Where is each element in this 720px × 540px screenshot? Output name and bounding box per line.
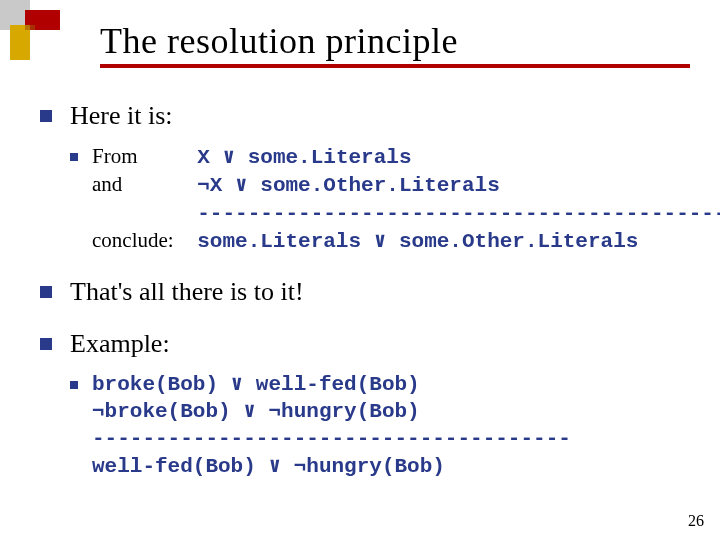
bullet-text: That's all there is to it! bbox=[70, 276, 304, 309]
page-title: The resolution principle bbox=[100, 20, 690, 62]
slide-content: Here it is: From X ∨ some.Literals and ¬… bbox=[40, 100, 680, 494]
bullet-square-icon bbox=[40, 110, 52, 122]
bullet-text: Example: bbox=[70, 328, 170, 361]
bullet-square-icon bbox=[40, 338, 52, 350]
example-separator: -------------------------------------- bbox=[92, 425, 571, 452]
rule-premise-1: X ∨ some.Literals bbox=[197, 146, 411, 169]
bullet-text: Here it is: bbox=[70, 100, 173, 133]
rule-conclusion: some.Literals ∨ some.Other.Literals bbox=[197, 230, 638, 253]
example-line-1: broke(Bob) ∨ well-fed(Bob) bbox=[92, 371, 571, 398]
svg-rect-2 bbox=[0, 30, 30, 60]
title-underline bbox=[100, 64, 690, 68]
bullet-thats-all: That's all there is to it! bbox=[40, 276, 680, 309]
svg-rect-5 bbox=[25, 25, 35, 30]
svg-rect-1 bbox=[30, 0, 60, 30]
corner-decoration bbox=[0, 0, 100, 70]
example-line-2: ¬broke(Bob) ∨ ¬hungry(Bob) bbox=[92, 398, 571, 425]
title-block: The resolution principle bbox=[100, 20, 690, 68]
from-label: From bbox=[92, 143, 192, 170]
bullet-square-icon bbox=[70, 381, 78, 389]
example-derivation: broke(Bob) ∨ well-fed(Bob) ¬broke(Bob) ∨… bbox=[92, 371, 571, 480]
example-conclusion: well-fed(Bob) ∨ ¬hungry(Bob) bbox=[92, 453, 571, 480]
svg-rect-0 bbox=[0, 0, 30, 30]
bullet-example: Example: bbox=[40, 328, 680, 361]
bullet-square-icon bbox=[70, 153, 78, 161]
bullet-square-icon bbox=[40, 286, 52, 298]
svg-rect-3 bbox=[25, 10, 60, 30]
rule-block-item: From X ∨ some.Literals and ¬X ∨ some.Oth… bbox=[70, 143, 680, 256]
and-label: and bbox=[92, 171, 192, 198]
example-block-item: broke(Bob) ∨ well-fed(Bob) ¬broke(Bob) ∨… bbox=[70, 371, 680, 480]
svg-rect-4 bbox=[10, 25, 30, 60]
bullet-here-it-is: Here it is: bbox=[40, 100, 680, 133]
conclude-label: conclude: bbox=[92, 227, 192, 254]
rule-separator: ----------------------------------------… bbox=[197, 202, 720, 225]
page-number: 26 bbox=[688, 512, 704, 530]
resolution-rule: From X ∨ some.Literals and ¬X ∨ some.Oth… bbox=[92, 143, 720, 256]
rule-premise-2: ¬X ∨ some.Other.Literals bbox=[197, 174, 500, 197]
